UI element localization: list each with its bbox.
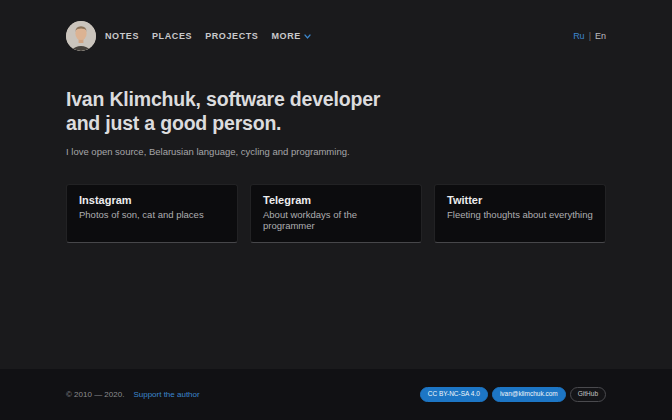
language-switcher: Ru | En <box>573 31 606 41</box>
page-title: Ivan Klimchuk, software developer and ju… <box>66 88 606 135</box>
github-badge[interactable]: GitHub <box>570 387 606 402</box>
hero-section: Ivan Klimchuk, software developer and ju… <box>66 88 606 157</box>
nav-item-label: PROJECTS <box>205 31 258 41</box>
nav-item-more[interactable]: MORE <box>271 31 310 41</box>
card-title: Twitter <box>447 194 593 206</box>
nav-item-notes[interactable]: NOTES <box>105 31 139 41</box>
avatar-portrait-image <box>66 21 96 51</box>
nav-item-projects[interactable]: PROJECTS <box>205 31 258 41</box>
copyright-text: © 2010 — 2020. <box>66 390 124 399</box>
card-instagram[interactable]: Instagram Photos of son, cat and places <box>66 184 238 243</box>
support-author-link[interactable]: Support the author <box>133 390 199 399</box>
card-description: Fleeting thoughts about everything <box>447 209 593 220</box>
page-subtitle: I love open source, Belarusian language,… <box>66 146 606 157</box>
card-twitter[interactable]: Twitter Fleeting thoughts about everythi… <box>434 184 606 243</box>
card-title: Telegram <box>263 194 409 206</box>
footer-badges: CC BY-NC-SA 4.0 ivan@klimchuk.com GitHub <box>420 387 606 402</box>
email-badge[interactable]: ivan@klimchuk.com <box>492 387 566 402</box>
chevron-down-icon <box>304 33 311 40</box>
nav-item-label: PLACES <box>152 31 192 41</box>
card-description: About workdays of the programmer <box>263 209 409 231</box>
language-en-current[interactable]: En <box>595 31 606 41</box>
top-navigation: NOTES PLACES PROJECTS MORE Ru | En <box>66 0 606 51</box>
nav-item-label: MORE <box>271 31 300 41</box>
card-description: Photos of son, cat and places <box>79 209 225 220</box>
card-telegram[interactable]: Telegram About workdays of the programme… <box>250 184 422 243</box>
nav-item-places[interactable]: PLACES <box>152 31 192 41</box>
page-title-line1: Ivan Klimchuk, software developer <box>66 88 606 112</box>
page-title-line2: and just a good person. <box>66 112 606 136</box>
avatar[interactable] <box>66 21 96 51</box>
card-title: Instagram <box>79 194 225 206</box>
social-cards: Instagram Photos of son, cat and places … <box>66 184 606 243</box>
footer: © 2010 — 2020. Support the author CC BY-… <box>0 369 672 420</box>
language-ru-link[interactable]: Ru <box>573 31 585 41</box>
language-separator: | <box>589 31 591 41</box>
license-badge[interactable]: CC BY-NC-SA 4.0 <box>420 387 488 402</box>
nav-item-label: NOTES <box>105 31 139 41</box>
homepage: NOTES PLACES PROJECTS MORE Ru | En <box>0 0 672 420</box>
main-nav: NOTES PLACES PROJECTS MORE <box>105 31 311 41</box>
